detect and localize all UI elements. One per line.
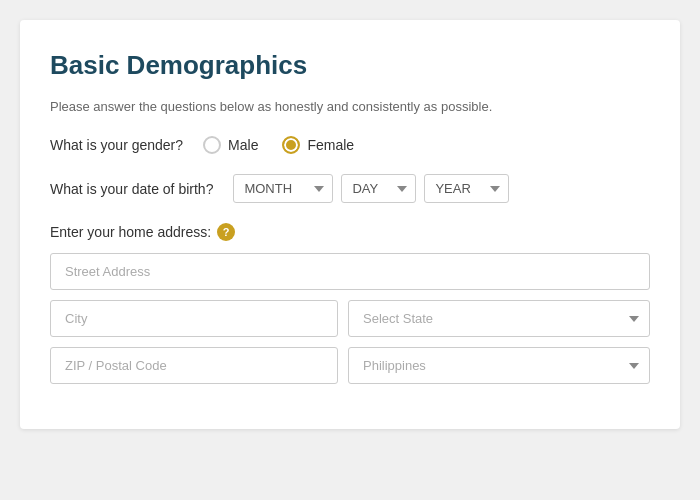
street-address-input[interactable] [50, 253, 650, 290]
female-label: Female [307, 137, 354, 153]
female-radio-circle[interactable] [282, 136, 300, 154]
gender-row: What is your gender? Male Female [50, 136, 650, 154]
gender-female-option[interactable]: Female [282, 136, 354, 154]
address-label-row: Enter your home address: ? [50, 223, 650, 241]
male-radio-circle[interactable] [203, 136, 221, 154]
zip-country-row: PhilippinesUnited StatesCanadaUnited Kin… [50, 347, 650, 384]
dob-day-select[interactable]: DAY1234567891011121314151617181920212223… [341, 174, 416, 203]
form-subtitle: Please answer the questions below as hon… [50, 99, 650, 114]
male-label: Male [228, 137, 258, 153]
country-select[interactable]: PhilippinesUnited StatesCanadaUnited Kin… [348, 347, 650, 384]
zip-input[interactable] [50, 347, 338, 384]
form-card: Basic Demographics Please answer the que… [20, 20, 680, 429]
gender-label: What is your gender? [50, 137, 183, 153]
dob-year-select[interactable]: YEAR202420232022201020001990198019701960… [424, 174, 509, 203]
city-input[interactable] [50, 300, 338, 337]
dob-selects: MONTHJanuaryFebruaryMarchAprilMayJuneJul… [233, 174, 509, 203]
gender-radio-group: Male Female [203, 136, 354, 154]
dob-label: What is your date of birth? [50, 181, 213, 197]
gender-male-option[interactable]: Male [203, 136, 258, 154]
page-title: Basic Demographics [50, 50, 650, 81]
city-state-row: Select StateMetro ManilaCebuDavaoIloiloB… [50, 300, 650, 337]
help-icon[interactable]: ? [217, 223, 235, 241]
state-select[interactable]: Select StateMetro ManilaCebuDavaoIloiloB… [348, 300, 650, 337]
dob-row: What is your date of birth? MONTHJanuary… [50, 174, 650, 203]
address-label: Enter your home address: [50, 224, 211, 240]
dob-month-select[interactable]: MONTHJanuaryFebruaryMarchAprilMayJuneJul… [233, 174, 333, 203]
